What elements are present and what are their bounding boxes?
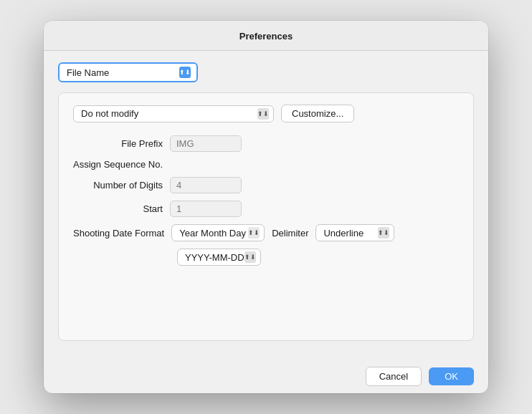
- assign-seq-label: Assign Sequence No.: [73, 159, 170, 170]
- date-format-arrow-icon: ⬆⬇: [248, 227, 260, 239]
- format-preview-dropdown[interactable]: YYYY-MM-DD ⬆⬇: [177, 249, 261, 266]
- file-prefix-row: File Prefix: [73, 135, 459, 152]
- format-preview-arrow-icon: ⬆⬇: [244, 251, 256, 263]
- number-of-digits-label: Number of Digits: [73, 180, 170, 191]
- preferences-window: Preferences File Name ⬆⬇ Do not modify ⬆…: [44, 21, 488, 393]
- delimiter-arrow-icon: ⬆⬇: [378, 227, 389, 239]
- form-section: File Prefix Assign Sequence No. Number o…: [73, 135, 459, 266]
- date-format-value: Year Month Day: [179, 228, 248, 239]
- start-label: Start: [73, 203, 170, 214]
- start-row: Start: [73, 201, 459, 217]
- file-prefix-label: File Prefix: [73, 138, 170, 149]
- number-of-digits-input[interactable]: [170, 177, 242, 193]
- delimiter-dropdown[interactable]: Underline ⬆⬇: [315, 224, 394, 241]
- cancel-button[interactable]: Cancel: [366, 367, 422, 386]
- tab-selector: File Name ⬆⬇: [58, 62, 474, 82]
- ok-button[interactable]: OK: [429, 367, 474, 385]
- window-title: Preferences: [239, 31, 293, 42]
- file-prefix-input[interactable]: [170, 135, 242, 152]
- title-bar: Preferences: [44, 21, 488, 51]
- tab-dropdown-arrow-icon: ⬆⬇: [179, 67, 191, 78]
- modify-row: Do not modify ⬆⬇ Customize...: [73, 105, 459, 122]
- customize-button[interactable]: Customize...: [281, 105, 354, 122]
- assign-seq-row: Assign Sequence No.: [73, 159, 459, 170]
- number-of-digits-row: Number of Digits: [73, 177, 459, 193]
- footer: Cancel OK: [44, 355, 488, 393]
- tab-dropdown-label: File Name: [67, 67, 179, 78]
- format-preview-row: YYYY-MM-DD ⬆⬇: [177, 249, 459, 266]
- format-preview-value: YYYY-MM-DD: [185, 252, 244, 263]
- modify-dropdown-arrow-icon: ⬆⬇: [257, 108, 269, 120]
- delimiter-label: Delimiter: [272, 228, 308, 239]
- shooting-date-format-label: Shooting Date Format: [73, 228, 171, 239]
- window-content: File Name ⬆⬇ Do not modify ⬆⬇ Customize.…: [44, 51, 488, 355]
- file-name-dropdown[interactable]: File Name ⬆⬇: [58, 62, 198, 82]
- modify-dropdown[interactable]: Do not modify ⬆⬇: [73, 105, 274, 122]
- date-format-dropdown[interactable]: Year Month Day ⬆⬇: [171, 224, 265, 241]
- settings-panel: Do not modify ⬆⬇ Customize... File Prefi…: [58, 92, 474, 341]
- start-input[interactable]: [170, 201, 242, 217]
- modify-dropdown-value: Do not modify: [81, 108, 257, 119]
- date-format-row: Shooting Date Format Year Month Day ⬆⬇ D…: [73, 224, 459, 241]
- delimiter-value: Underline: [323, 228, 378, 239]
